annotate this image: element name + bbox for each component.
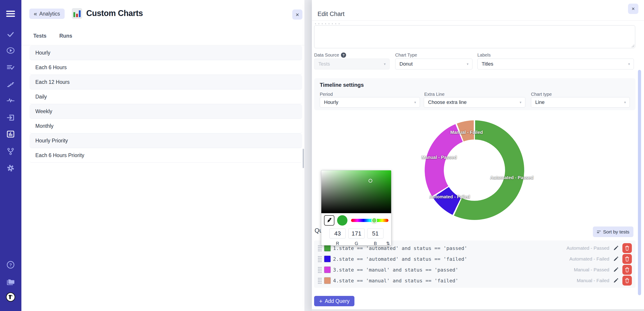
timeline-settings-heading: Timeline settings [320, 82, 364, 88]
delete-query-button[interactable] [622, 276, 632, 285]
query-expression: 4.state == 'manual' and status == 'faile… [333, 278, 577, 283]
chart-title-textarea[interactable] [314, 25, 635, 48]
sidebar: ? [0, 0, 22, 311]
delete-query-button[interactable] [622, 243, 632, 253]
edit-pencil-icon[interactable] [613, 245, 619, 251]
help-icon[interactable]: ? [6, 260, 15, 269]
edit-pencil-icon[interactable] [613, 256, 619, 262]
chevron-down-icon: ▼ [628, 63, 630, 66]
extra-line-select[interactable]: Choose extra line▼ [424, 97, 525, 108]
sign-in-icon[interactable] [6, 113, 15, 122]
list-item[interactable]: Monthly [30, 119, 302, 133]
tab-runs[interactable]: Runs [59, 33, 72, 39]
delete-query-button[interactable] [622, 265, 632, 275]
list-item-label: Weekly [35, 108, 52, 115]
steps-icon[interactable] [6, 80, 15, 89]
list-item[interactable]: Hourly Priority [30, 133, 302, 148]
red-label: R [330, 241, 346, 246]
gear-icon[interactable] [6, 163, 15, 173]
data-source-select[interactable]: Tests▼ [314, 59, 390, 69]
period-label: Period [320, 92, 333, 97]
custom-charts-panel: « Analytics Custom Charts × Tests Runs H… [22, 0, 304, 311]
query-list: 1.state == 'automated' and status == 'pa… [314, 240, 636, 288]
timeline-chart-type-select[interactable]: Line▼ [531, 97, 630, 108]
drag-handle-icon[interactable] [318, 277, 322, 284]
chevron-left-icon: « [34, 11, 37, 17]
back-to-analytics-button[interactable]: « Analytics [29, 9, 65, 19]
blue-label: B [367, 241, 384, 246]
labels-select[interactable]: Titles▼ [477, 59, 634, 69]
help-badge-icon[interactable]: ? [341, 53, 346, 58]
current-color-swatch [337, 215, 348, 226]
list-item[interactable]: Each 6 Hours [30, 60, 302, 75]
query-expression: 2.state == 'automated' and status == 'fa… [333, 256, 570, 262]
list-item-label: Daily [35, 94, 47, 100]
list-item[interactable]: Daily [30, 90, 302, 104]
saturation-area[interactable] [321, 170, 391, 213]
list-item-label: Hourly [35, 50, 50, 56]
drawer-close-button[interactable]: × [628, 4, 638, 14]
divider [312, 20, 644, 21]
red-input[interactable] [330, 228, 346, 238]
query-row: 2.state == 'automated' and status == 'fa… [318, 253, 632, 264]
chevron-down-icon: ▼ [383, 63, 386, 66]
hue-thumb[interactable] [371, 217, 377, 223]
list-item-label: Monthly [35, 123, 54, 129]
list-item-label: Each 6 Hours [35, 65, 67, 71]
format-toggle-icon[interactable]: ⇅ [386, 241, 390, 245]
folder-icon[interactable] [6, 277, 15, 286]
check-icon[interactable] [6, 30, 15, 39]
edit-pencil-icon[interactable] [613, 267, 619, 273]
page-title: Custom Charts [86, 9, 143, 18]
saturation-cursor[interactable] [368, 179, 372, 183]
sort-by-tests-button[interactable]: Sort by tests [593, 226, 634, 237]
drag-handle-icon[interactable] [318, 255, 322, 262]
donut-hole [444, 140, 505, 201]
query-title: Manual - Passed [574, 267, 609, 272]
pulse-icon[interactable] [6, 96, 15, 105]
list-item[interactable]: Each 12 Hours [30, 75, 302, 90]
tabs: Tests Runs [33, 33, 72, 39]
svg-text:?: ? [9, 262, 12, 267]
add-query-button[interactable]: + Add Query [314, 296, 354, 306]
chart-type-select[interactable]: Donut▼ [395, 59, 472, 69]
tab-tests[interactable]: Tests [33, 33, 46, 39]
labels-label: Labels [477, 53, 491, 58]
query-color-button[interactable] [324, 255, 331, 263]
delete-query-button[interactable] [622, 254, 632, 264]
hue-slider[interactable] [351, 219, 388, 222]
list-item[interactable]: Each 6 Hours Priority [30, 148, 302, 163]
edit-pencil-icon[interactable] [613, 278, 619, 283]
chevron-down-icon: ▼ [519, 101, 522, 104]
list-item[interactable]: Hourly [30, 46, 302, 60]
query-color-button[interactable] [324, 266, 331, 273]
bar-chart-icon[interactable] [6, 129, 15, 139]
scrollbar-thumb[interactable] [303, 149, 304, 168]
eyedropper-button[interactable] [324, 215, 334, 226]
green-label: G [348, 241, 364, 246]
play-circle-icon[interactable] [6, 46, 15, 55]
app-root: { "sidebar": { "icon_names": ["menu","ch… [0, 0, 644, 311]
scrollbar-thumb[interactable] [638, 70, 641, 295]
chart-list: Hourly Each 6 Hours Each 12 Hours Daily … [30, 46, 302, 163]
menu-icon[interactable] [6, 9, 15, 19]
chevron-down-icon: ▼ [624, 101, 626, 104]
clipped-scrolled-label [315, 24, 340, 24]
period-select[interactable]: Hourly▼ [320, 97, 420, 108]
list-check-icon[interactable] [6, 63, 15, 72]
drag-handle-icon[interactable] [318, 266, 322, 273]
chevron-down-icon: ▼ [466, 63, 469, 66]
green-input[interactable] [348, 228, 364, 238]
query-color-button[interactable] [324, 244, 331, 252]
logo[interactable] [6, 292, 15, 302]
query-title: Automated - Failed [570, 256, 609, 262]
panel-close-button[interactable]: × [292, 10, 302, 20]
drag-handle-icon[interactable] [318, 245, 322, 251]
query-color-button[interactable] [324, 277, 331, 284]
list-item-label: Each 6 Hours Priority [35, 152, 84, 158]
blue-input[interactable] [367, 228, 384, 238]
list-item[interactable]: Weekly [30, 104, 302, 119]
query-expression: 3.state == 'manual' and status == 'passe… [333, 267, 574, 273]
timeline-chart-type-label: Chart type [531, 92, 552, 97]
branches-icon[interactable] [6, 147, 15, 156]
